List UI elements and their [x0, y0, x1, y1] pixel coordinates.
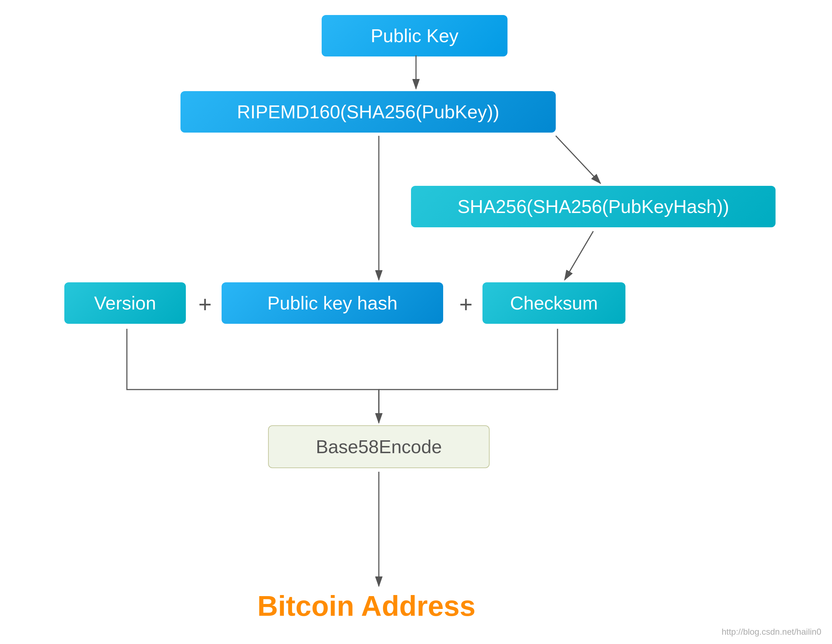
public-key-node: Public Key: [322, 15, 507, 56]
plus-sign-2: +: [459, 291, 472, 318]
plus-sign-1: +: [198, 291, 211, 318]
version-node: Version: [64, 282, 186, 324]
arrow-ripemd-to-sha256: [556, 136, 600, 183]
diagram-container: Public Key RIPEMD160(SHA256(PubKey)) SHA…: [0, 0, 832, 644]
bitcoin-address-label: Bitcoin Address: [257, 590, 475, 623]
sha256-node: SHA256(SHA256(PubKeyHash)): [411, 186, 776, 227]
arrow-sha256-to-checksum: [565, 231, 593, 280]
bracket-right: [379, 329, 558, 390]
checksum-node: Checksum: [482, 282, 626, 324]
ripemd-node: RIPEMD160(SHA256(PubKey)): [181, 91, 556, 133]
base58-node: Base58Encode: [268, 425, 490, 468]
pubkeyhash-node: Public key hash: [222, 282, 443, 324]
bracket-left: [127, 329, 379, 423]
watermark: http://blog.csdn.net/hailin0: [722, 627, 821, 637]
